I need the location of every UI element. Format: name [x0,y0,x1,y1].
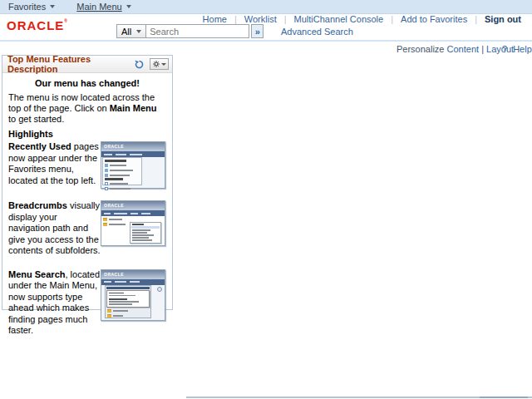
decor-line [110,188,131,190]
chevron-down-icon [161,63,166,66]
thumbnail-recently-used: ORACLE [101,141,165,189]
double-chevron-icon: » [255,27,260,37]
search-group: All » [116,24,264,38]
decor-line [132,237,149,239]
thumb-menu-bar [101,279,165,285]
personalize-bar: Personalize Content | Layout [397,44,514,54]
search-go-button[interactable]: » [251,24,264,38]
nav-separator: | [234,14,237,24]
thumb-body [101,216,165,245]
decor-line [106,287,150,289]
signout-link[interactable]: Sign out [485,14,521,24]
decor-line [104,213,111,214]
folder-icon [107,314,111,318]
advanced-search-link[interactable]: Advanced Search [281,27,353,37]
highlight-text: Menu Search, located under the Main Menu… [8,269,101,337]
registered-mark: ® [64,18,68,23]
decor-line [114,213,127,214]
nav-separator: | [391,14,393,24]
decor-line [109,303,132,305]
decor-line [116,154,126,155]
nav-link-add-to-favorites[interactable]: Add to Favorites [401,14,467,24]
decor-line [109,298,127,300]
decor-line [109,293,124,294]
thumb-oracle-logo: ORACLE [101,142,165,151]
magnifier-icon [157,287,162,292]
refresh-icon [135,60,144,69]
search-scope-dropdown[interactable]: All [116,24,146,38]
decor-line [109,295,135,297]
decor-line [109,301,139,303]
main-menu-button[interactable]: Main Menu [76,2,131,12]
panel-header: Top Menu Features Description [2,56,172,73]
panel-body: Our menu has changed! The menu is now lo… [2,73,172,337]
decor-line [132,232,147,234]
help-area: ? Help [502,44,532,54]
decor-line [109,219,122,220]
decor-line [130,281,140,283]
personalize-label: Personalize [397,44,444,54]
chevron-down-icon [136,30,141,33]
nav-separator: | [284,14,287,24]
search-scope-value: All [121,27,131,37]
gear-icon [153,61,160,67]
highlight-item-menu-search: Menu Search, located under the Main Menu… [8,269,166,337]
decor-icon [105,164,108,167]
thumb-breadcrumb-bar [101,210,165,216]
decor-line [105,178,123,180]
decor-highlight [131,226,160,229]
decor-line [104,154,112,155]
menu-changed-heading: Our menu has changed! [8,78,166,88]
personalize-content-link[interactable]: Content [447,44,480,54]
decor-line [110,165,126,166]
decor-line [110,183,128,185]
thumb-typeahead-box [106,290,150,308]
help-icon[interactable]: ? [502,44,507,54]
highlight-text: Breadcrumbs visually display your naviga… [8,200,101,257]
decor-line [131,213,138,214]
favorites-menu-button[interactable]: Favorites [8,2,55,12]
nav-link-home[interactable]: Home [203,14,227,24]
folder-icon [103,223,107,226]
thumb-search-dropdown [105,285,151,318]
decor-icon [105,182,108,185]
decor-icon [105,187,108,190]
refresh-button[interactable] [135,60,144,69]
decor-line [105,160,126,162]
chevron-down-icon [126,5,131,8]
decor-line [132,229,150,231]
help-link[interactable]: Help [513,44,532,54]
nav-separator: | [475,14,477,24]
intro-text: The menu is now located across the top o… [8,92,166,125]
thumbnail-menu-search: ORACLE [101,269,165,321]
horizontal-scrollbar[interactable] [186,397,532,398]
highlight-item-recently-used: Recently Used pages now appear under the… [8,141,166,189]
decor-line [130,154,142,155]
decor-line [109,224,126,225]
favorites-menu-label: Favorites [8,2,46,12]
decor-line [132,234,154,236]
personalize-separator: | [481,44,484,54]
highlights-heading: Highlights [8,129,166,139]
highlight-item-breadcrumbs: Breadcrumbs visually display your naviga… [8,200,166,257]
thumb-folder-list [103,217,131,226]
decor-line [132,239,152,241]
panel-top-menu-features: Top Menu Features Description Our menu h… [2,55,173,310]
header-nav-links: Home | Worklist | MultiChannel Console |… [203,14,521,24]
folder-icon [107,309,111,313]
main-menu-label: Main Menu [76,2,121,12]
decor-line [113,315,123,317]
panel-options-button[interactable] [150,58,169,70]
decor-line [110,170,133,171]
decor-line [113,310,128,312]
search-input[interactable] [146,24,249,38]
decor-icon [105,169,108,172]
thumb-favorites-dropdown [102,157,142,185]
thumb-body [101,157,165,188]
folder-icon [103,218,107,221]
thumb-oracle-logo: ORACLE [101,270,165,279]
nav-link-multichannel-console[interactable]: MultiChannel Console [294,14,384,24]
scrollbar-thumb[interactable] [480,397,528,398]
decor-line [104,281,111,283]
nav-link-worklist[interactable]: Worklist [244,14,277,24]
